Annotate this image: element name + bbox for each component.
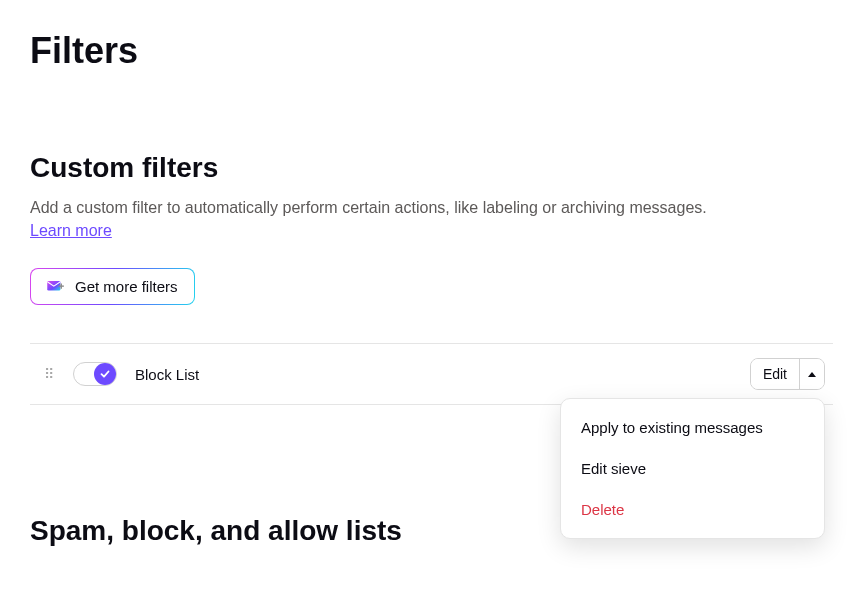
dropdown-edit-sieve[interactable]: Edit sieve — [561, 448, 824, 489]
custom-filters-description: Add a custom filter to automatically per… — [30, 196, 810, 220]
dropdown-delete[interactable]: Delete — [561, 489, 824, 530]
edit-dropdown-toggle[interactable] — [799, 359, 824, 389]
filter-name: Block List — [135, 366, 199, 383]
custom-filters-heading: Custom filters — [30, 152, 833, 184]
filter-row-left: ⠿ Block List — [44, 362, 199, 386]
edit-button-group: Edit — [750, 358, 825, 390]
drag-handle-icon[interactable]: ⠿ — [44, 370, 55, 378]
learn-more-link[interactable]: Learn more — [30, 222, 112, 240]
get-more-filters-button[interactable]: Get more filters — [30, 268, 195, 305]
caret-up-icon — [808, 372, 816, 377]
dropdown-apply-existing[interactable]: Apply to existing messages — [561, 407, 824, 448]
mail-plus-icon — [47, 280, 65, 294]
filter-actions-dropdown: Apply to existing messages Edit sieve De… — [560, 398, 825, 539]
filter-row: ⠿ Block List Edit Apply to existing mess… — [30, 343, 833, 405]
page-title: Filters — [30, 30, 833, 72]
get-more-filters-label: Get more filters — [75, 278, 178, 295]
filter-toggle[interactable] — [73, 362, 117, 386]
check-icon — [99, 368, 111, 380]
toggle-knob — [94, 363, 116, 385]
edit-button[interactable]: Edit — [751, 359, 799, 389]
